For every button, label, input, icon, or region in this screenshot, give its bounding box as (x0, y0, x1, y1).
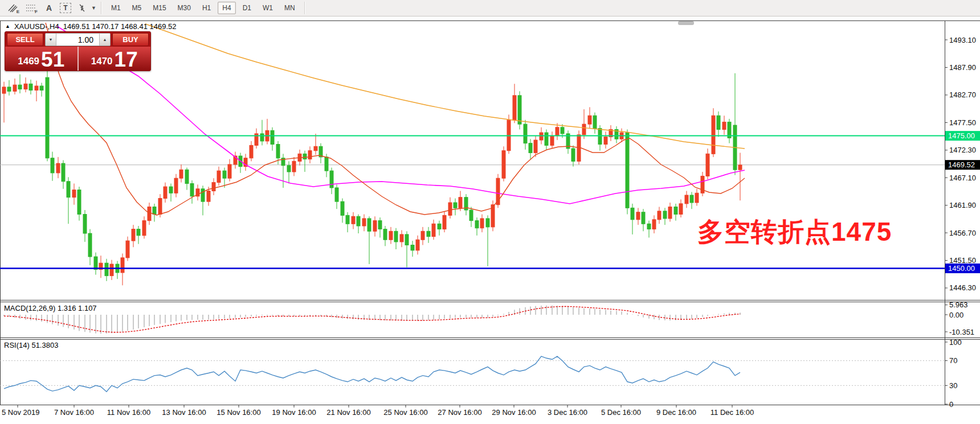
candle (276, 145, 280, 158)
tab-timeframe-D1[interactable]: D1 (238, 2, 256, 14)
macd-tick-label: 0.00 (949, 311, 963, 319)
candle (432, 224, 435, 236)
candle (2, 87, 6, 93)
candle (738, 165, 742, 170)
candle (132, 229, 135, 241)
candle (314, 146, 317, 150)
sell-price-box[interactable]: 1469 51 (5, 47, 79, 71)
volume-decrease-button[interactable]: ▼ (46, 34, 56, 46)
text-tool-icon[interactable]: T (60, 3, 71, 13)
tab-timeframe-M15[interactable]: M15 (148, 2, 170, 14)
candle (475, 221, 479, 228)
candle (389, 231, 393, 240)
sell-price-main: 1469 (18, 56, 39, 67)
candle (212, 183, 215, 191)
volume-input[interactable] (56, 34, 99, 46)
one-click-trading-panel: SELL ▼ ▲ BUY 1469 51 1470 17 (5, 31, 151, 71)
candle (604, 137, 607, 144)
candle (62, 163, 65, 182)
buy-price-box[interactable]: 1470 17 (79, 47, 151, 71)
candle (169, 187, 173, 193)
candle (416, 240, 419, 250)
tab-timeframe-MN[interactable]: MN (280, 2, 300, 14)
rsi-indicator-label: RSI(14) 51.3803 (4, 341, 58, 349)
tab-timeframe-M1[interactable]: M1 (107, 2, 125, 14)
text-label-tool-icon[interactable]: A (42, 2, 56, 14)
candle (561, 127, 564, 134)
candle (588, 116, 591, 124)
candle (545, 133, 548, 145)
candles-layer (2, 66, 742, 286)
tab-timeframe-M5[interactable]: M5 (128, 2, 146, 14)
candle (722, 122, 726, 129)
time-tick-label: 7 Nov 16:00 (54, 408, 94, 417)
time-tick-label: 5 Nov 2019 (2, 408, 40, 417)
tab-timeframe-M30[interactable]: M30 (173, 2, 195, 14)
candle (550, 136, 554, 146)
symbol-marker-icon: ▲ (5, 24, 10, 29)
volume-increase-button[interactable]: ▲ (99, 34, 110, 46)
candle (7, 87, 11, 91)
sell-button[interactable]: SELL (7, 33, 43, 46)
chart-scroll-thumb[interactable] (678, 21, 694, 25)
arrows-tool-icon[interactable] (75, 2, 89, 14)
candle (394, 231, 398, 242)
candle (556, 127, 559, 136)
candle (658, 211, 661, 220)
time-tick-label: 3 Dec 16:00 (548, 408, 587, 417)
buy-button[interactable]: BUY (112, 33, 149, 46)
candle (24, 84, 27, 89)
candle (190, 183, 194, 196)
tab-timeframe-W1[interactable]: W1 (258, 2, 277, 14)
candle (308, 151, 312, 159)
candle (158, 199, 162, 215)
tab-timeframe-H1[interactable]: H1 (198, 2, 215, 14)
candle (83, 215, 87, 234)
rsi-tick-label: 70 (949, 356, 957, 365)
time-tick-label: 5 Dec 16:00 (601, 408, 641, 417)
fibonacci-tool-icon[interactable]: F (23, 2, 38, 14)
time-tick-label: 27 Nov 16:00 (438, 408, 481, 417)
candle (250, 145, 253, 158)
tools-dropdown-caret-icon[interactable]: ▼ (91, 5, 96, 11)
price-badge-label: 1450.00 (948, 264, 975, 273)
macd-tick-label: -10.351 (949, 328, 974, 336)
candle (438, 224, 441, 229)
candle (126, 241, 129, 258)
candle (357, 216, 360, 226)
candle (513, 96, 516, 120)
timeframe-button-group: M1M5M15M30H1H4D1W1MN (105, 2, 301, 14)
candle (287, 166, 291, 172)
candle (373, 221, 377, 232)
candle (448, 203, 452, 215)
symbol-timeframe-label: XAUUSD-,H4 (14, 22, 59, 31)
candle (46, 77, 49, 158)
price-tick-label: 1467.10 (949, 174, 976, 182)
rsi-pane: RSI(14) 51.380310070300 (0, 338, 962, 409)
candle (179, 170, 183, 178)
rsi-line (4, 356, 740, 392)
candle (706, 154, 709, 176)
candle (148, 207, 151, 220)
price-axis: 1493.101487.901482.701477.501472.301467.… (945, 36, 980, 293)
chart-title: ▲ XAUUSD-,H4 1469.51 1470.17 1468.41 146… (5, 22, 176, 31)
candle (72, 190, 76, 197)
candle (174, 178, 178, 193)
candle (88, 233, 92, 257)
channels-tool-icon[interactable]: E (5, 2, 20, 14)
candle (712, 116, 715, 154)
time-tick-label: 19 Nov 16:00 (272, 408, 316, 417)
price-tick-label: 1461.90 (949, 201, 976, 209)
tab-timeframe-H4[interactable]: H4 (218, 2, 235, 14)
candle (679, 204, 683, 215)
candle (217, 171, 220, 182)
candle (400, 234, 403, 242)
candle (636, 212, 640, 220)
macd-pane: MACD(12,26,9) 1.316 1.1075.9630.00-10.35… (4, 300, 974, 336)
toolbar: E F A T ▼ M1M5M15M30H1H4D1W1MN (0, 0, 980, 17)
candle (341, 201, 344, 215)
price-badge-label: 1475.00 (948, 131, 975, 140)
price-tick-label: 1456.70 (949, 229, 976, 237)
candle (518, 96, 521, 124)
toolbar-separator (304, 2, 305, 14)
